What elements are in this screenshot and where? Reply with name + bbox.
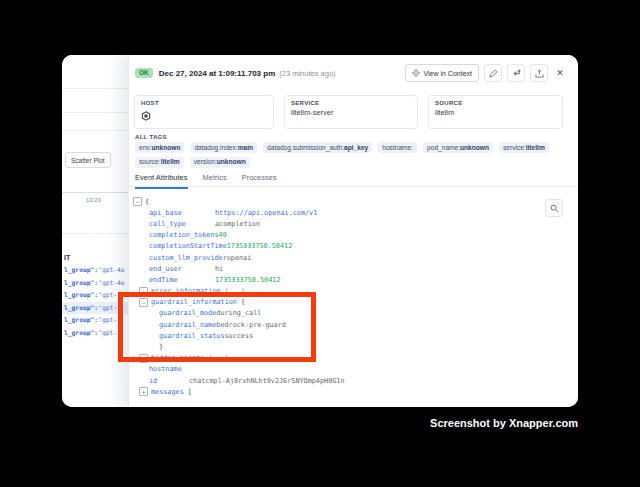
attribute-value: acompletion xyxy=(215,220,260,228)
search-attributes-button[interactable] xyxy=(545,199,563,217)
collapse-icon[interactable]: − xyxy=(133,197,142,206)
scatter-plot-button[interactable]: Scatter Plot xyxy=(65,152,111,168)
tag-pill[interactable]: datadog.submission_auth:api_key xyxy=(263,142,372,153)
attribute-key[interactable]: call_type xyxy=(149,220,215,228)
tag-pill[interactable]: service:litellm xyxy=(499,142,549,153)
dashed-divider xyxy=(62,233,128,234)
tag-value: litellm xyxy=(161,158,180,165)
results-list-header: IT xyxy=(64,254,70,261)
tag-key: datadog.submission_auth: xyxy=(267,144,344,151)
tag-pill[interactable]: hostname: xyxy=(378,142,417,153)
attribute-value: chatcmpl-Aj8rxhNLht9v2J6rSNYOmp4pH0G1n xyxy=(189,377,345,385)
tabs-divider xyxy=(129,186,578,187)
tag-key: pod_name: xyxy=(427,144,460,151)
tag-pill[interactable]: source:litellm xyxy=(135,157,184,168)
log-row[interactable]: l_group":"gpt-4o xyxy=(62,277,128,290)
search-icon xyxy=(550,204,559,213)
related-logs-button[interactable] xyxy=(507,64,525,82)
event-timestamp: Dec 27, 2024 at 1:09:11.703 pm xyxy=(159,69,276,78)
tag-pill[interactable]: version:unknown xyxy=(190,157,250,168)
time-axis-tick: 13:23 xyxy=(86,197,101,203)
attribute-key[interactable]: id xyxy=(149,377,189,385)
attribute-value: hi xyxy=(215,265,223,273)
expand-icon[interactable]: + xyxy=(139,387,148,396)
attribute-value[interactable]: https://api.openai.com/v1 xyxy=(215,209,317,217)
tag-key: env: xyxy=(139,144,151,151)
attribute-row: hostname xyxy=(129,364,578,375)
attribute-value: 1735333750.50412 xyxy=(227,242,292,250)
chart-axis-line xyxy=(62,192,128,193)
event-relative-time: (23 minutes ago) xyxy=(279,69,335,78)
log-row-value: "gpt-4o xyxy=(98,279,125,286)
annotation-highlight-rectangle xyxy=(118,292,316,362)
attribute-key[interactable]: api_base xyxy=(149,209,215,217)
all-tags-label: ALL TAGS xyxy=(135,134,167,140)
log-row-key: l_group": xyxy=(64,316,98,323)
host-hexagon-icon xyxy=(141,107,267,125)
tag-value: unknown xyxy=(217,158,246,165)
log-row[interactable]: l_group":"gpt-4o xyxy=(62,264,128,277)
attribute-value: [ xyxy=(188,388,192,396)
attribute-key[interactable]: end_user xyxy=(149,265,215,273)
attribute-row: custom_llm_provideropenai xyxy=(129,252,578,263)
view-in-context-button[interactable]: View in Context xyxy=(405,64,479,82)
divider xyxy=(62,112,128,113)
view-in-context-label: View in Context xyxy=(423,70,472,77)
log-row-key: l_group": xyxy=(64,266,98,273)
service-value[interactable]: litellm-server xyxy=(291,108,411,117)
log-row-key: l_group": xyxy=(64,329,98,336)
service-card: SERVICE litellm-server xyxy=(284,95,418,129)
log-row-value: "gpt- xyxy=(98,329,117,336)
source-label: SOURCE xyxy=(435,100,556,106)
attribute-value: 1735333750.50412 xyxy=(215,276,280,284)
attribute-row: endTime1735333750.50412 xyxy=(129,274,578,285)
tag-value: litellm xyxy=(526,144,545,151)
watermark-text: Screenshot by Xnapper.com xyxy=(430,417,578,429)
attribute-row: +messages[ xyxy=(129,386,578,397)
share-upload-icon xyxy=(535,69,544,78)
tag-value: unknown xyxy=(460,144,489,151)
scope-icon xyxy=(412,69,420,77)
tag-pill[interactable]: env:unknown xyxy=(135,142,184,153)
close-panel-button[interactable]: ✕ xyxy=(553,65,567,81)
attribute-value: 40 xyxy=(219,231,227,239)
attribute-key[interactable]: completion_tokens xyxy=(149,231,219,239)
pencil-icon xyxy=(489,69,498,78)
log-row-key: l_group": xyxy=(64,291,98,298)
attribute-key[interactable]: custom_llm_provider xyxy=(149,254,227,262)
source-card: SOURCE litellm xyxy=(428,95,563,129)
tag-value: main xyxy=(238,144,253,151)
attribute-row: end_userhi xyxy=(129,263,578,274)
log-row-key: l_group": xyxy=(64,304,98,311)
tag-pill[interactable]: datadog.index:main xyxy=(190,142,257,153)
tag-value: api_key xyxy=(344,144,368,151)
attribute-key[interactable]: endTime xyxy=(149,276,215,284)
export-button[interactable] xyxy=(530,64,548,82)
tag-value: unknown xyxy=(151,144,180,151)
info-cards: HOST SERVICE litellm-server SOURCE litel… xyxy=(134,95,563,129)
attribute-value: openai xyxy=(227,254,252,262)
attribute-key[interactable]: completionStartTime xyxy=(149,242,227,250)
attribute-row: idchatcmpl-Aj8rxhNLht9v2J6rSNYOmp4pH0G1n xyxy=(129,375,578,386)
attribute-row: −{ xyxy=(129,196,578,207)
tags-list: env:unknowndatadog.index:maindatadog.sub… xyxy=(135,142,565,168)
status-badge: OK xyxy=(135,68,153,79)
attribute-key[interactable]: messages xyxy=(151,388,184,396)
edit-button[interactable] xyxy=(484,64,502,82)
tag-key: hostname: xyxy=(382,144,413,151)
log-row-value: "gpt- xyxy=(98,316,117,323)
tag-key: source: xyxy=(139,158,161,165)
tag-key: version: xyxy=(194,158,217,165)
attribute-key[interactable]: hostname xyxy=(149,365,215,373)
related-arrow-icon xyxy=(512,69,521,78)
host-label: HOST xyxy=(141,100,267,106)
log-row-value: "gpt- xyxy=(98,291,117,298)
source-value[interactable]: litellm xyxy=(435,108,556,117)
tag-key: service: xyxy=(503,144,526,151)
attribute-row: completion_tokens40 xyxy=(129,230,578,241)
header-actions: View in Context xyxy=(405,64,567,82)
attribute-row: call_typeacompletion xyxy=(129,218,578,229)
attribute-row: completionStartTime1735333750.50412 xyxy=(129,241,578,252)
tag-pill[interactable]: pod_name:unknown xyxy=(423,142,493,153)
host-card: HOST xyxy=(134,95,274,129)
